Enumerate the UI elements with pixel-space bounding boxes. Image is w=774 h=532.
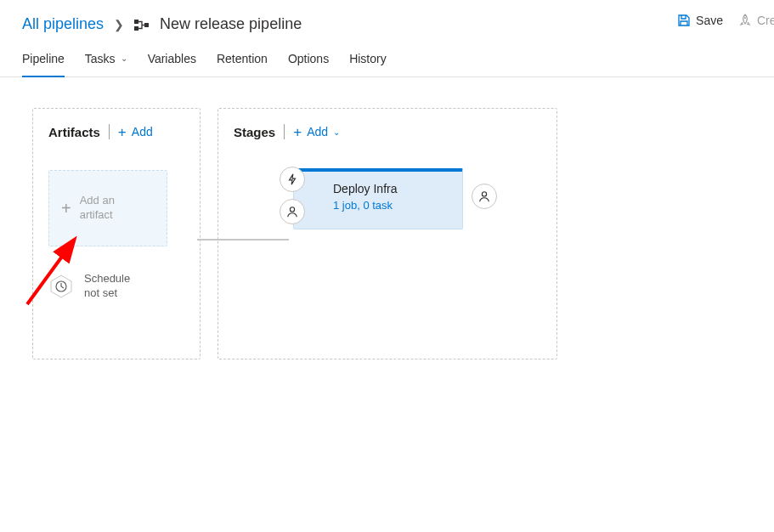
- person-icon: [286, 206, 298, 218]
- tab-variables[interactable]: Variables: [148, 42, 196, 77]
- stages-panel: Stages + Add ⌄ Deploy In: [218, 108, 557, 359]
- tab-pipeline-label: Pipeline: [22, 52, 65, 65]
- chevron-down-icon: ⌄: [333, 127, 340, 137]
- svg-point-6: [290, 207, 294, 212]
- add-stage-button[interactable]: + Add ⌄: [293, 125, 340, 139]
- clock-icon: [48, 274, 74, 299]
- add-artifact-card[interactable]: + Add an artifact: [48, 170, 167, 246]
- topbar-actions: Save Crea: [677, 14, 774, 27]
- schedule-text: Schedule not set: [84, 272, 130, 301]
- stages-title: Stages: [234, 125, 275, 139]
- stages-header: Stages + Add ⌄: [234, 124, 541, 139]
- svg-rect-1: [134, 26, 138, 31]
- add-artifact-label: Add: [132, 125, 153, 139]
- stage-post-approval-button[interactable]: [472, 184, 497, 209]
- plus-icon: +: [118, 125, 127, 139]
- placeholder-line1: Add an: [80, 194, 115, 207]
- chevron-down-icon: ⌄: [121, 54, 127, 63]
- schedule-row: Schedule not set: [48, 272, 184, 301]
- divider: [284, 124, 285, 139]
- chevron-right-icon: ❯: [114, 18, 124, 31]
- pipeline-icon: [134, 18, 150, 31]
- breadcrumb-root-link[interactable]: All pipelines: [22, 15, 104, 33]
- page-title[interactable]: New release pipeline: [160, 15, 302, 33]
- stage-area: Deploy Infra 1 job, 0 task: [293, 168, 483, 229]
- schedule-line1: Schedule: [84, 272, 130, 285]
- stage-pre-trigger-button[interactable]: [280, 167, 305, 192]
- save-icon: [677, 14, 691, 27]
- divider: [109, 124, 110, 139]
- create-release-button[interactable]: Crea: [738, 14, 774, 27]
- schedule-line2: not set: [84, 286, 117, 299]
- tab-variables-label: Variables: [148, 52, 196, 65]
- person-icon: [478, 190, 490, 202]
- rocket-icon: [738, 14, 752, 27]
- tab-tasks[interactable]: Tasks ⌄: [85, 42, 127, 77]
- schedule-button[interactable]: [48, 274, 74, 299]
- placeholder-line2: artifact: [80, 208, 113, 221]
- plus-icon: +: [293, 125, 302, 139]
- add-artifact-text: Add an artifact: [80, 194, 115, 223]
- tab-history[interactable]: History: [349, 42, 387, 77]
- tab-history-label: History: [349, 52, 387, 65]
- artifacts-panel: Artifacts + Add + Add an artifact: [32, 108, 201, 359]
- save-button[interactable]: Save: [677, 14, 723, 27]
- connector-line: [197, 239, 289, 241]
- tab-options[interactable]: Options: [288, 42, 329, 77]
- svg-point-7: [482, 192, 486, 196]
- tab-pipeline[interactable]: Pipeline: [22, 42, 65, 77]
- stage-tasks-link[interactable]: 1 job, 0 task: [333, 199, 454, 212]
- artifacts-header: Artifacts + Add: [48, 124, 184, 139]
- pipeline-canvas: Artifacts + Add + Add an artifact: [0, 77, 774, 359]
- svg-rect-0: [134, 20, 138, 24]
- tab-retention[interactable]: Retention: [217, 42, 268, 77]
- create-label: Crea: [757, 14, 774, 27]
- svg-rect-2: [144, 23, 149, 27]
- tab-tasks-label: Tasks: [85, 52, 116, 65]
- breadcrumb: All pipelines ❯ New release pipeline: [0, 0, 774, 42]
- tab-options-label: Options: [288, 52, 329, 65]
- stage-card[interactable]: Deploy Infra 1 job, 0 task: [293, 168, 463, 229]
- add-artifact-button[interactable]: + Add: [118, 125, 153, 139]
- save-label: Save: [696, 14, 723, 27]
- stage-pre-approval-button[interactable]: [280, 199, 305, 224]
- artifacts-title: Artifacts: [48, 125, 100, 139]
- stage-name: Deploy Infra: [333, 182, 454, 195]
- add-stage-label: Add: [307, 125, 328, 139]
- tab-bar: Pipeline Tasks ⌄ Variables Retention Opt…: [0, 42, 774, 77]
- lightning-icon: [286, 173, 298, 185]
- plus-icon: +: [61, 199, 71, 218]
- svg-point-3: [744, 17, 746, 19]
- tab-retention-label: Retention: [217, 52, 268, 65]
